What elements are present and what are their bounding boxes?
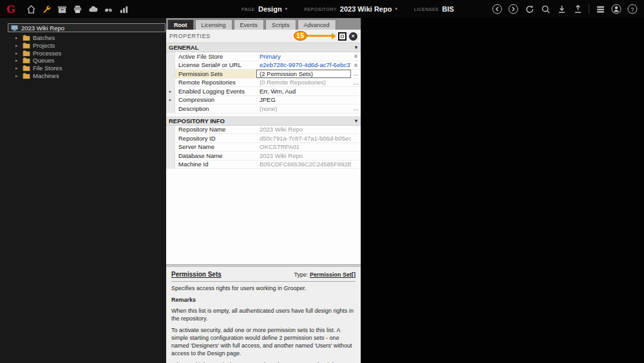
repository-selector[interactable]: REPOSITORY 2023 Wiki Repo ▾ xyxy=(304,5,397,13)
popout-properties-icon[interactable] xyxy=(338,32,346,41)
ellipsis-icon[interactable]: … xyxy=(351,70,361,78)
svg-text:?: ? xyxy=(630,6,634,13)
review-icon[interactable] xyxy=(103,4,113,14)
tab-events[interactable]: Events xyxy=(234,19,265,30)
tools-icon[interactable] xyxy=(41,4,52,14)
row-gutter xyxy=(166,70,175,78)
tree-item-projects[interactable]: ▸ Projects xyxy=(0,42,166,50)
help-icon[interactable]: ? xyxy=(627,4,638,14)
tree-item-machines[interactable]: ▸ Machines xyxy=(0,72,166,79)
expander-icon[interactable]: ▸ xyxy=(15,43,20,48)
chevron-down-icon: ▾ xyxy=(285,6,288,12)
tree-root-node[interactable]: 2023 Wiki Repo xyxy=(8,23,166,32)
archive-icon[interactable] xyxy=(57,4,67,14)
tree-item-queues[interactable]: ▸ Queues xyxy=(0,57,166,64)
expander-icon[interactable]: ▸ xyxy=(15,74,20,78)
download-icon[interactable] xyxy=(556,4,567,14)
search-icon[interactable] xyxy=(540,4,551,14)
property-value[interactable]: JPEG xyxy=(256,96,351,104)
stack-icon[interactable] xyxy=(595,4,605,14)
help-type: Type: Permission Set[] xyxy=(294,271,355,279)
folder-icon xyxy=(23,50,30,57)
row-gutter xyxy=(166,161,175,169)
expander-icon[interactable]: ▸ xyxy=(15,66,20,70)
property-value[interactable]: (0 Remote Repositories) xyxy=(256,79,351,87)
repository-label: REPOSITORY xyxy=(304,7,337,12)
property-value[interactable]: Err, Wrn, Aud xyxy=(256,87,351,95)
help-paragraph: When this list is empty, all authenticat… xyxy=(171,308,355,322)
user-icon[interactable] xyxy=(611,4,621,14)
tree-item-file-stores[interactable]: ▸ File Stores xyxy=(0,64,166,72)
refresh-icon[interactable] xyxy=(524,4,535,14)
tree-item-batches[interactable]: ▸ Batches xyxy=(0,34,166,42)
property-name[interactable]: Database Name xyxy=(175,152,256,160)
page-selector[interactable]: PAGE Design ▾ xyxy=(242,5,287,13)
property-name[interactable]: Description xyxy=(175,104,256,113)
expander-icon[interactable]: ▸ xyxy=(15,58,20,63)
type-link[interactable]: Permission Set[] xyxy=(310,271,355,278)
property-name[interactable]: Remote Repositories xyxy=(175,79,256,87)
row-gutter xyxy=(166,52,175,61)
export-icon[interactable] xyxy=(573,4,583,14)
ellipsis-icon[interactable]: … xyxy=(351,104,361,113)
licensee-label: LICENSEE xyxy=(414,7,439,12)
repository-value: 2023 Wiki Repo xyxy=(340,5,392,13)
home-icon[interactable] xyxy=(26,4,36,14)
menu-icon[interactable]: ≡ xyxy=(351,52,361,61)
property-value-editor[interactable]: (2 Permission Sets) xyxy=(256,70,351,78)
help-title: Permission Sets xyxy=(171,270,222,279)
category-title: REPOSITORY INFO xyxy=(169,117,225,124)
printer-icon[interactable] xyxy=(72,4,82,14)
category-repository-info[interactable]: REPOSITORY INFO ▾ xyxy=(166,117,361,126)
property-name[interactable]: Repository ID xyxy=(175,134,256,142)
property-name[interactable]: License Serial# or URL xyxy=(175,61,256,70)
expander-icon[interactable]: ▸ xyxy=(15,35,20,40)
forward-icon[interactable] xyxy=(508,4,518,14)
property-row-active-file-store: Active File Store Primary ≡ xyxy=(166,52,361,61)
detail-panel: Root Licensing Events Scripts Advanced P… xyxy=(166,18,361,363)
property-row-remote-repositories: Remote Repositories (0 Remote Repositori… xyxy=(166,79,361,88)
stats-icon[interactable] xyxy=(118,4,129,14)
repository-icon xyxy=(10,24,19,32)
property-row-repository-name: Repository Name 2023 Wiki Repo xyxy=(166,126,361,135)
tab-licensing[interactable]: Licensing xyxy=(195,19,232,30)
property-name[interactable]: Compression xyxy=(175,96,256,104)
row-button-spacer xyxy=(351,143,361,152)
property-value: B05CDFC66536C2C24585F892B1169... xyxy=(256,161,351,169)
property-name[interactable]: Enabled Logging Events xyxy=(175,87,256,95)
folder-icon xyxy=(23,42,30,49)
category-general[interactable]: GENERAL ▾ xyxy=(166,43,361,52)
property-row-repository-id: Repository ID d50c791a-7c87-47a1-b06d-b0… xyxy=(166,134,361,143)
property-name[interactable]: Repository Name xyxy=(175,126,256,134)
topbar-toolbar xyxy=(26,4,129,14)
expander-icon[interactable]: ▸ xyxy=(169,97,172,102)
property-name[interactable]: Permission Sets xyxy=(175,70,256,78)
tab-scripts[interactable]: Scripts xyxy=(265,19,296,30)
menu-icon[interactable]: ≡ xyxy=(351,61,361,70)
row-button-spacer xyxy=(351,87,361,95)
property-row-database-name: Database Name 2023 Wiki Repo xyxy=(166,152,361,161)
property-name[interactable]: Active File Store xyxy=(175,52,256,61)
expander-icon[interactable]: ▸ xyxy=(169,89,172,93)
property-name[interactable]: Server Name xyxy=(175,143,256,152)
property-name[interactable]: Machine Id xyxy=(175,161,256,169)
property-value: 2023 Wiki Repo xyxy=(256,126,351,134)
expander-icon[interactable]: ▸ xyxy=(15,51,20,55)
property-value[interactable]: (none) xyxy=(256,104,351,113)
row-button-spacer xyxy=(351,126,361,134)
close-icon[interactable]: × xyxy=(349,32,357,41)
row-button-spacer xyxy=(351,152,361,160)
workspace-area xyxy=(361,18,644,363)
tab-root[interactable]: Root xyxy=(167,19,194,30)
row-button-spacer xyxy=(351,134,361,142)
page-value: Design xyxy=(258,5,282,13)
property-value[interactable]: e2eb728c-9970-4d6d-ac7f-6ebc3729f... xyxy=(256,61,351,70)
chevron-down-icon: ▾ xyxy=(355,118,357,124)
ellipsis-icon[interactable]: … xyxy=(351,79,361,87)
tree-item-processes[interactable]: ▸ Processes xyxy=(0,49,166,57)
tab-advanced[interactable]: Advanced xyxy=(298,19,336,30)
page-label: PAGE xyxy=(242,7,255,12)
back-icon[interactable] xyxy=(492,4,502,14)
cloud-icon[interactable] xyxy=(88,4,98,14)
property-value[interactable]: Primary xyxy=(256,52,351,61)
